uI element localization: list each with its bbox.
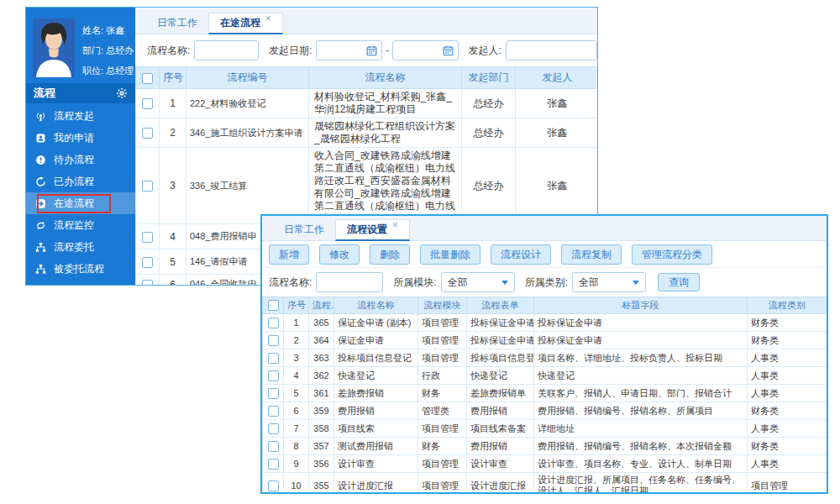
table-row[interactable]: 10355设计进度汇报项目管理设计进度汇报设计进度汇报、所属项目、任务名称、任务… xyxy=(263,473,827,495)
cell-checkbox xyxy=(263,332,284,349)
cell-form: 项目线索备案 xyxy=(467,420,534,438)
table-row[interactable]: 2364保证金申请项目管理投标保证金申请投标保证金申请财务类 xyxy=(263,332,827,349)
cell-module: 项目管理 xyxy=(418,349,467,367)
row-checkbox[interactable] xyxy=(268,335,279,346)
edit-button[interactable]: 修改 xyxy=(319,244,360,265)
row-checkbox[interactable] xyxy=(142,280,153,286)
sidebar-item-label: 待办流程 xyxy=(54,153,94,167)
w2-table-body: 1365保证金申请 (副本)项目管理投标保证金申请投标保证金申请财务类2364保… xyxy=(263,314,827,495)
cell-category: 财务类 xyxy=(748,332,827,349)
sidebar-item-todo-processes[interactable]: 待办流程 xyxy=(26,149,135,171)
window1-tabbar: 日常工作 在途流程 × xyxy=(135,8,597,34)
cell-checkbox xyxy=(136,148,160,224)
row-checkbox[interactable] xyxy=(268,370,279,381)
close-icon[interactable]: × xyxy=(392,221,398,229)
table-row[interactable]: 8357测试费用报销财务费用报销费用报销、报销编号、报销名称、本次报销金额财务类 xyxy=(263,438,827,455)
cell-code: 358 xyxy=(309,420,334,438)
cell-checkbox xyxy=(136,275,160,286)
table-row[interactable]: 3363投标项目信息登记项目管理投标项目信息登记项目名称、详细地址、投标负责人、… xyxy=(263,349,827,367)
row-checkbox[interactable] xyxy=(142,181,153,192)
cell-title_fields: 详细地址 xyxy=(534,420,748,438)
module-select[interactable]: 全部 xyxy=(441,272,515,292)
row-checkbox[interactable] xyxy=(268,423,279,434)
calendar-icon[interactable] xyxy=(366,45,377,56)
row-checkbox[interactable] xyxy=(142,232,153,243)
tab-process-settings[interactable]: 流程设置 × xyxy=(335,219,410,241)
window2-filter-bar: 流程名称: 所属模块: 全部 所属类别: 全部 查询 xyxy=(262,268,827,297)
row-checkbox[interactable] xyxy=(268,441,279,452)
sidebar-item-done-processes[interactable]: 已办流程 xyxy=(26,171,135,192)
process-copy-button[interactable]: 流程复制 xyxy=(561,244,622,265)
row-checkbox[interactable] xyxy=(142,98,153,109)
cell-title_fields: 设计审查、项目名称、专业、设计人、制单日期 xyxy=(534,455,748,473)
table-row[interactable]: 3336_竣工结算收入合同_改建铁路成渝线增建第二直通线（成渝枢纽）电力线路迁改… xyxy=(136,148,599,224)
column-header: 序号 xyxy=(284,297,309,314)
gear-icon[interactable] xyxy=(116,87,128,99)
query-button[interactable]: 查询 xyxy=(658,273,700,291)
batch-delete-button[interactable]: 批量删除 xyxy=(420,244,480,265)
sidebar-item-process-monitor[interactable]: 流程监控 xyxy=(26,214,135,236)
cell-module: 项目管理 xyxy=(418,455,467,473)
cell-category: 人事类 xyxy=(748,385,827,402)
initiator-input[interactable] xyxy=(506,40,597,60)
window2-tabbar: 日常工作 流程设置 × xyxy=(262,216,827,241)
table-row[interactable]: 7358项目线索项目管理项目线索备案详细地址人事类 xyxy=(263,420,827,438)
cell-no: 7 xyxy=(284,420,309,438)
category-select-value: 全部 xyxy=(579,276,599,290)
row-checkbox[interactable] xyxy=(268,318,279,328)
delete-button[interactable]: 删除 xyxy=(370,244,410,265)
start-date-from-input[interactable] xyxy=(316,40,382,60)
process-name-input[interactable] xyxy=(194,40,259,60)
row-checkbox[interactable] xyxy=(268,388,279,399)
row-checkbox[interactable] xyxy=(268,353,279,364)
cell-title_fields: 设计进度汇报、所属项目、任务名称、任务编号、设计人、汇报人、汇报日期 xyxy=(534,473,748,495)
sidebar-item-label: 流程委托 xyxy=(54,240,94,255)
cell-category: 财务类 xyxy=(748,438,827,455)
category-select[interactable]: 全部 xyxy=(572,272,646,292)
sidebar-section-title: 流程 xyxy=(34,86,116,101)
date-range-separator: - xyxy=(386,45,389,56)
sidebar-item-my-applications[interactable]: 我的申请 xyxy=(26,127,135,149)
add-button[interactable]: 新增 xyxy=(269,244,309,265)
table-row[interactable]: 4362快递登记行政快递登记快递登记人事类 xyxy=(263,367,827,385)
row-checkbox[interactable] xyxy=(268,480,279,491)
cell-form: 设计审查 xyxy=(467,455,534,473)
cell-no: 8 xyxy=(284,438,309,455)
process-design-button[interactable]: 流程设计 xyxy=(491,244,551,265)
table-row[interactable]: 5361差旅费报销财务差旅费报销单关联客户、报销人、申请日期、部门、报销合计人事… xyxy=(263,385,827,402)
cell-category: 人事类 xyxy=(748,420,827,438)
manage-process-category-button[interactable]: 管理流程分类 xyxy=(632,244,712,265)
table-row[interactable]: 1222_材料验收登记材料验收登记_材料采购_张鑫_华润12城房建工程项目总经办… xyxy=(136,89,599,118)
sidebar-item-delegated-processes[interactable]: 被委托流程 xyxy=(26,258,135,280)
row-checkbox[interactable] xyxy=(268,459,279,470)
select-all-checkbox[interactable] xyxy=(142,73,153,84)
column-header: 流程编号 xyxy=(186,67,309,89)
cell-form: 投标项目信息登记 xyxy=(467,349,534,367)
table-row[interactable]: 9356设计审查项目管理设计审查设计审查、项目名称、专业、设计人、制单日期人事类 xyxy=(263,455,827,473)
sidebar-item-process-delegation[interactable]: 流程委托 xyxy=(26,236,135,258)
process-name-input[interactable] xyxy=(316,272,383,292)
select-all-checkbox[interactable] xyxy=(268,300,279,311)
tab-daily-work[interactable]: 日常工作 xyxy=(273,218,335,240)
sidebar-item-process-initiate[interactable]: 流程发起 xyxy=(26,105,135,127)
column-header: 序号 xyxy=(160,67,186,89)
close-icon[interactable]: × xyxy=(265,14,271,23)
row-checkbox[interactable] xyxy=(142,128,153,139)
table-row[interactable]: 6359费用报销管理类费用报销费用报销、报销编号、报销名称、所属项目财务类 xyxy=(263,402,827,420)
sidebar-item-in-transit-processes[interactable]: 在途流程 xyxy=(26,192,135,214)
process-settings-window: 日常工作 流程设置 × 新增 修改 删除 批量删除 流程设计 流程复制 管理流程… xyxy=(260,214,828,494)
cell-title_fields: 费用报销、报销编号、报销名称、所属项目 xyxy=(534,402,748,420)
cell-module: 项目管理 xyxy=(418,332,467,349)
table-row[interactable]: 2346_施工组织设计方案申请晟铭园林绿化工程组织设计方案_晟铭园林绿化工程总经… xyxy=(136,118,599,148)
column-header: 发起人 xyxy=(516,67,599,89)
row-checkbox[interactable] xyxy=(142,257,153,268)
start-date-to-input[interactable] xyxy=(392,40,459,60)
cell-no: 1 xyxy=(160,89,186,118)
table-row[interactable]: 1365保证金申请 (副本)项目管理投标保证金申请投标保证金申请财务类 xyxy=(263,314,827,332)
calendar-icon[interactable] xyxy=(443,45,454,56)
cell-form: 投标保证金申请 xyxy=(467,314,534,332)
tab-daily-work[interactable]: 日常工作 xyxy=(146,12,208,34)
row-checkbox[interactable] xyxy=(268,406,279,417)
tab-in-transit-processes[interactable]: 在途流程 × xyxy=(208,13,283,34)
cell-code: 359 xyxy=(309,402,334,420)
